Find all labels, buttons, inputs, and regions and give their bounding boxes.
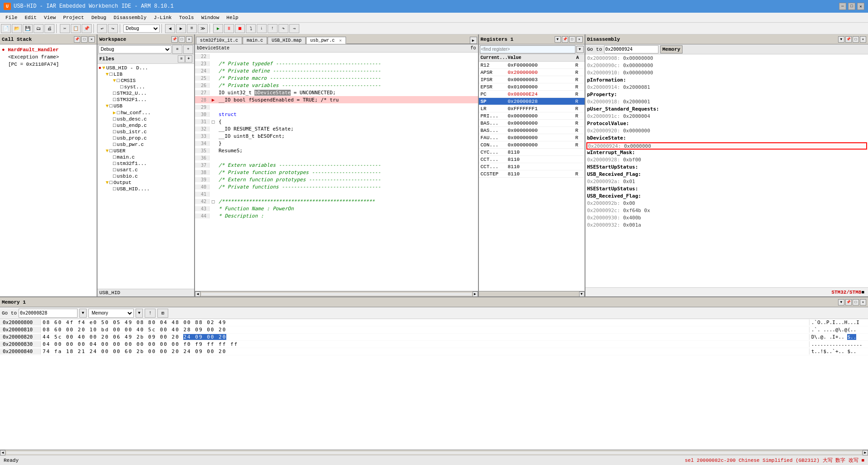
cut-button[interactable]: ✂ — [60, 24, 70, 33]
call-stack-close[interactable]: ✕ — [88, 36, 95, 43]
tree-item-13[interactable]: ▼ □ USER — [98, 148, 193, 154]
debug-step-into-button[interactable]: ↓ — [257, 24, 267, 33]
disasm-goto-input[interactable] — [604, 45, 658, 53]
copy-button[interactable]: 📋 — [71, 24, 81, 33]
tree-item-6[interactable]: ▼ □ USB — [98, 103, 193, 109]
memory-dropdown[interactable]: ▼ — [838, 299, 844, 305]
menu-jlink[interactable]: J-Link — [150, 14, 176, 21]
reg-row-ipsr[interactable]: IPSR 0x00000003 R — [479, 76, 585, 83]
disasm-dropdown[interactable]: ▼ — [838, 36, 844, 43]
find-next-button[interactable]: ≫ — [198, 24, 208, 33]
memory-type-select[interactable]: Memory — [88, 309, 134, 318]
reg-row-cct1[interactable]: CCT... 8110 — [479, 156, 585, 163]
paste-button[interactable]: 📌 — [82, 24, 92, 33]
scrollbar-track-h[interactable] — [201, 293, 472, 295]
editor-scroll-right[interactable]: ▶ — [470, 37, 477, 44]
register-search-input[interactable] — [480, 45, 575, 53]
tab-map[interactable]: USB_HID.map — [268, 37, 306, 44]
save-all-button[interactable]: 🗂 — [34, 24, 44, 33]
new-button[interactable]: 📄 — [1, 24, 11, 33]
reg-row-ccstep[interactable]: CCSTEP 8110 R — [479, 170, 585, 178]
maximize-button[interactable]: □ — [848, 3, 855, 10]
memory-goto-dropdown[interactable]: ▼ — [79, 309, 87, 318]
tree-item-4[interactable]: □ STM32_U... — [98, 90, 193, 97]
registers-pin[interactable]: 📌 — [562, 36, 568, 43]
tree-item-1[interactable]: ▼ □ LIB — [98, 71, 193, 78]
tree-item-0[interactable]: ● ▼ USB_HID - D... — [98, 65, 193, 71]
tree-item-19[interactable]: □ USB_HID.... — [98, 186, 193, 192]
reg-scroll-down[interactable]: ▼ — [579, 291, 585, 297]
tree-item-11[interactable]: □ usb_prop.c — [98, 135, 193, 141]
config-combo[interactable]: Debug — [123, 24, 160, 33]
memory-scrollbar-h[interactable]: ◀ ▶ — [0, 450, 868, 455]
tree-item-12[interactable]: □ usb_pwr.c — [98, 141, 193, 148]
tree-item-7[interactable]: ▶ □ hw_conf... — [98, 109, 193, 116]
registers-close[interactable]: ✕ — [576, 36, 583, 43]
memory-close[interactable]: ✕ — [860, 299, 866, 305]
reg-row-cyc[interactable]: CYC... 8110 — [479, 149, 585, 156]
debug-go-button[interactable]: ▶ — [213, 24, 223, 33]
menu-project[interactable]: Project — [59, 14, 88, 21]
mem-scroll-left[interactable]: ◀ — [0, 450, 5, 455]
memory-goto-input[interactable] — [19, 309, 78, 318]
back-button[interactable]: ◀ — [165, 24, 175, 33]
save-button[interactable]: 💾 — [23, 24, 33, 33]
memory-float[interactable]: □ — [853, 299, 859, 305]
tab-stm32[interactable]: stm32f10x_it.c — [196, 37, 242, 44]
memory-up-btn[interactable]: ↑ — [145, 309, 156, 318]
debug-step-over-button[interactable]: ⤵ — [246, 24, 256, 33]
close-button[interactable]: ✕ — [857, 3, 864, 10]
memory-pin[interactable]: 📌 — [845, 299, 852, 305]
menu-tools[interactable]: Tools — [176, 14, 198, 21]
workspace-pin[interactable]: 📌 — [171, 36, 178, 43]
reg-row-lr[interactable]: LR 0xFFFFFFF1 R — [479, 105, 585, 112]
workspace-btn-2[interactable]: + — [183, 45, 193, 54]
fwd-button[interactable]: ▶ — [176, 24, 186, 33]
menu-disassembly[interactable]: Disassembly — [110, 14, 150, 21]
tree-item-9[interactable]: □ usb_endp.c — [98, 122, 193, 129]
tree-item-2[interactable]: ▼ □ CMSIS — [98, 78, 193, 84]
print-button[interactable]: 🖨 — [44, 24, 54, 33]
disasm-pin[interactable]: 📌 — [845, 36, 852, 43]
reg-row-bas1[interactable]: BAS... 0x00000000 R — [479, 120, 585, 127]
open-button[interactable]: 📂 — [12, 24, 22, 33]
tree-item-17[interactable]: □ usbio.c — [98, 173, 193, 179]
disasm-close[interactable]: ✕ — [860, 36, 866, 43]
minimize-button[interactable]: ─ — [839, 3, 846, 10]
menu-file[interactable]: File — [2, 14, 21, 21]
files-sort[interactable]: ≡ — [178, 55, 185, 63]
reg-row-sp[interactable]: SP 0x20000828 R — [479, 98, 585, 105]
menu-view[interactable]: View — [40, 14, 59, 21]
tree-item-14[interactable]: □ main.c — [98, 154, 193, 160]
tree-item-8[interactable]: □ usb_desc.c — [98, 116, 193, 122]
mem-scroll-right[interactable]: ▶ — [863, 450, 868, 455]
memory-cols-btn[interactable]: ⊞ — [157, 309, 168, 318]
memory-type-dropdown[interactable]: ▼ — [136, 309, 143, 318]
tab-main[interactable]: main.c — [243, 37, 267, 44]
reg-row-epsr[interactable]: EPSR 0x01000000 R — [479, 83, 585, 91]
tree-item-5[interactable]: □ STM32F1... — [98, 97, 193, 103]
debug-step-out-button[interactable]: ↑ — [268, 24, 278, 33]
reg-row-bas2[interactable]: BAS... 0x00000000 R — [479, 127, 585, 134]
debug-run-to-button[interactable]: ⇒ — [289, 24, 299, 33]
tree-item-18[interactable]: ▼ □ Output — [98, 179, 193, 186]
tree-item-10[interactable]: □ usb_istr.c — [98, 129, 193, 135]
registers-dropdown[interactable]: ▼ — [555, 36, 561, 43]
reg-row-cct2[interactable]: CCT... 8110 — [479, 163, 585, 170]
tree-item-3[interactable]: □ syst... — [98, 84, 193, 90]
tree-item-16[interactable]: □ usart.c — [98, 167, 193, 173]
workspace-config-combo[interactable]: Debug — [98, 45, 171, 53]
code-editor[interactable]: 22 23/* Private typedef ----------------… — [195, 53, 478, 291]
workspace-close[interactable]: ✕ — [186, 36, 192, 43]
reg-row-pri[interactable]: PRI... 0x00000000 R — [479, 112, 585, 120]
tree-item-15[interactable]: □ stm32f1... — [98, 160, 193, 167]
reg-row-con[interactable]: CON... 0x00000000 R — [479, 141, 585, 149]
disasm-float[interactable]: □ — [853, 36, 859, 43]
reg-row-pc[interactable]: PC 0x08000E24 R — [479, 91, 585, 98]
mem-scroll-track[interactable] — [6, 451, 862, 454]
call-stack-pin[interactable]: 📌 — [74, 36, 80, 43]
redo-button[interactable]: ↪ — [108, 24, 118, 33]
undo-button[interactable]: ↩ — [97, 24, 107, 33]
debug-break-button[interactable]: ⏸ — [224, 24, 234, 33]
register-search-dropdown[interactable]: ▼ — [576, 46, 584, 53]
